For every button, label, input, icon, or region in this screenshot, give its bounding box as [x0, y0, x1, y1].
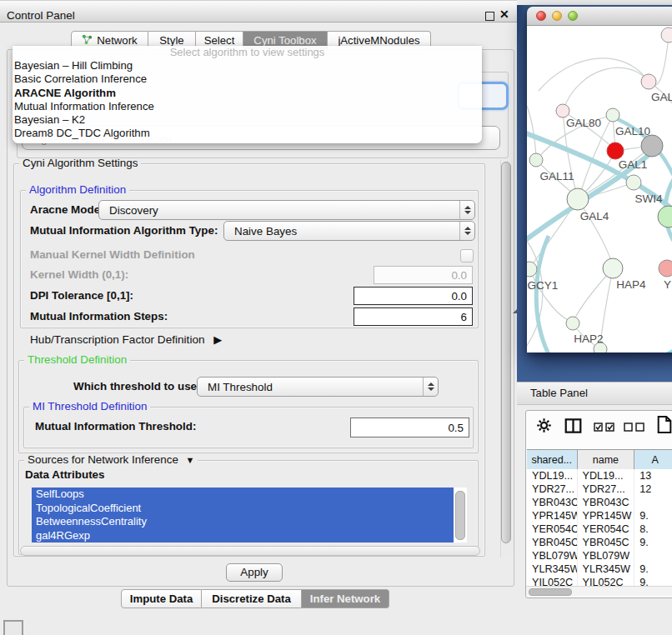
close-icon[interactable]: ✕ [499, 8, 509, 21]
table-cell[interactable]: YLR345W [527, 562, 578, 576]
aracne-mode-combo[interactable]: Discovery [98, 200, 475, 220]
algorithm-option[interactable]: ARACNE Algorithm [13, 87, 482, 100]
network-node[interactable] [527, 262, 537, 277]
algorithm-option[interactable]: Dream8 DC_TDC Algorithm [13, 127, 482, 140]
expand-right-icon[interactable]: ▶ [213, 333, 222, 346]
collapsed-panel-box[interactable] [3, 620, 23, 635]
manual-kernel-checkbox[interactable] [460, 249, 474, 262]
column-layout-button[interactable] [564, 418, 582, 436]
dpi-tolerance-field[interactable]: 0.0 [354, 287, 473, 305]
table-row[interactable]: YPR145WYPR145W9. [527, 509, 672, 522]
table-cell[interactable]: YIL052C [578, 576, 635, 586]
table-cell[interactable]: 9. [634, 536, 672, 549]
network-node[interactable] [659, 260, 672, 277]
attribute-item[interactable]: TopologicalCoefficient [32, 502, 454, 516]
table-cell[interactable]: YDR27... [527, 482, 578, 496]
table-cell[interactable] [634, 549, 672, 562]
algorithm-option[interactable]: Bayesian – K2 [13, 113, 482, 127]
table-column-header[interactable]: name [578, 450, 635, 470]
algorithm-option[interactable]: Basic Correlation Inference [13, 72, 482, 86]
table-cell[interactable]: YLR345W [578, 562, 635, 576]
table-row[interactable]: YDL19...YDL19...13 [527, 469, 672, 482]
network-node[interactable] [567, 188, 589, 210]
network-node[interactable] [603, 258, 623, 278]
attribute-item[interactable]: BetweennessCentrality [32, 515, 454, 529]
network-node[interactable] [641, 74, 656, 89]
tab-impute-data[interactable]: Impute Data [121, 589, 202, 608]
algorithm-option[interactable]: Bayesian – Hill Climbing [13, 59, 482, 72]
network-node[interactable] [529, 153, 543, 167]
which-threshold-combo[interactable]: MI Threshold [197, 377, 439, 397]
table-cell[interactable]: YPR145W [527, 509, 578, 522]
attribute-item[interactable]: gal4RGexp [32, 529, 454, 543]
network-edge[interactable] [578, 199, 613, 266]
table-hscrollbar-thumb[interactable] [529, 588, 572, 596]
attributes-hscrollbar[interactable] [20, 546, 480, 556]
table-row[interactable]: YBL079WYBL079W [527, 549, 672, 562]
table-cell[interactable]: YBR045C [527, 536, 578, 549]
table-column-header[interactable]: shared... [527, 450, 578, 470]
hub-section-toggle[interactable]: Hub/Transcription Factor Definition ▶ [30, 330, 222, 350]
network-node[interactable] [661, 28, 672, 42]
new-table-button[interactable] [657, 415, 672, 437]
table-row[interactable]: YBR045CYBR045C9. [527, 536, 672, 549]
table-cell[interactable]: 9. [634, 562, 672, 576]
table-cell[interactable]: YIL052C [527, 576, 578, 586]
data-attributes-list[interactable]: SelfLoopsTopologicalCoefficientBetweenne… [32, 488, 467, 542]
network-node[interactable] [641, 135, 663, 157]
network-edge[interactable] [563, 68, 649, 111]
table-row[interactable]: YLR345WYLR345W9. [527, 562, 672, 576]
table-hscrollbar[interactable] [526, 586, 672, 596]
table-cell[interactable]: YPR145W [578, 509, 635, 522]
select-all-columns-button[interactable] [594, 422, 617, 435]
table-cell[interactable] [634, 496, 672, 509]
table-cell[interactable]: YBL079W [527, 549, 578, 562]
table-cell[interactable]: YBR045C [578, 536, 635, 549]
table-cell[interactable]: YDL19... [578, 469, 635, 482]
panel-resize-handle-icon[interactable] [513, 309, 517, 313]
settings-scrollbar-thumb[interactable] [501, 162, 511, 543]
table-cell[interactable]: YER054C [578, 522, 635, 536]
table-cell[interactable]: YBR043C [527, 496, 578, 509]
algorithm-option[interactable]: Mutual Information Inference [13, 100, 482, 113]
table-cell[interactable]: 9. [634, 576, 672, 586]
table-cell[interactable]: 13 [634, 469, 672, 482]
mi-type-combo[interactable]: Naive Bayes [223, 221, 475, 241]
float-window-icon[interactable] [485, 12, 494, 21]
tab-discretize-data[interactable]: Discretize Data [202, 589, 302, 608]
table-column-header[interactable]: A [634, 450, 672, 470]
table-cell[interactable]: YBR043C [578, 496, 635, 509]
minimize-button[interactable] [552, 11, 562, 21]
network-edge[interactable] [650, 342, 672, 352]
network-node[interactable] [607, 142, 624, 159]
zoom-button[interactable] [568, 11, 578, 21]
deselect-all-columns-button[interactable] [624, 422, 647, 435]
table-row[interactable]: YER054CYER054C8. [527, 522, 672, 536]
apply-button[interactable]: Apply [226, 563, 283, 582]
table-cell[interactable]: YDL19... [527, 469, 578, 482]
table-cell[interactable]: YDR27... [578, 482, 635, 496]
table-cell[interactable]: YER054C [527, 522, 578, 536]
attribute-item[interactable]: SelfLoops [32, 488, 454, 502]
table-settings-button[interactable] [536, 418, 552, 436]
table-row[interactable]: YIL052CYIL052C9. [527, 576, 672, 586]
mi-steps-field[interactable]: 6 [354, 308, 473, 326]
kernel-width-field[interactable]: 0.0 [374, 266, 473, 284]
close-button[interactable] [536, 11, 546, 21]
network-node[interactable] [556, 104, 569, 118]
table-cell[interactable]: 12 [634, 482, 672, 496]
attributes-scrollbar-thumb[interactable] [455, 491, 465, 540]
table-cell[interactable]: 8. [634, 522, 672, 536]
network-node[interactable] [626, 175, 641, 190]
network-window-titlebar[interactable] [527, 7, 672, 26]
table-cell[interactable]: YBL079W [578, 549, 635, 562]
collapse-down-icon[interactable]: ▼ [186, 455, 195, 465]
table-row[interactable]: YDR27...YDR27...12 [527, 482, 672, 496]
network-canvas[interactable]: GALGAL80GAL10GAL1GAL11SWI4GAL4GCY1HAP4YH… [527, 26, 672, 352]
tab-infer-network[interactable]: Infer Network [302, 589, 389, 608]
table-cell[interactable]: 9. [634, 509, 672, 522]
table-row[interactable]: YBR043CYBR043C [527, 496, 672, 509]
mi-threshold-field[interactable]: 0.5 [350, 418, 469, 438]
network-node[interactable] [658, 206, 672, 228]
network-edge[interactable] [539, 58, 649, 91]
